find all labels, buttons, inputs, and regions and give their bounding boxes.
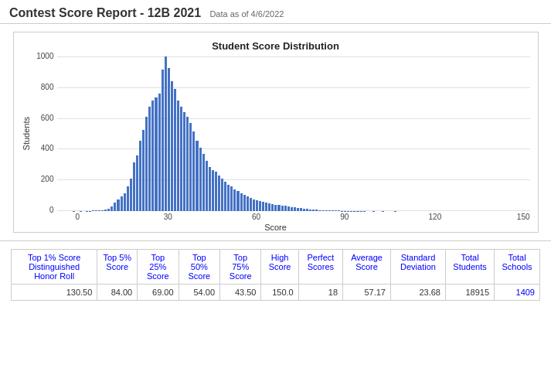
chart-bar	[218, 176, 220, 211]
chart-bar	[98, 210, 100, 211]
chart-bar	[256, 200, 258, 211]
x-tick-label: 30	[164, 213, 252, 221]
chart-bar	[111, 206, 113, 211]
chart-bar	[277, 205, 280, 211]
chart-bar	[127, 186, 129, 211]
chart-bar	[142, 130, 145, 211]
chart-bar	[124, 193, 126, 211]
chart-bar	[196, 141, 198, 211]
stats-values-row: 130.5084.0069.0054.0043.50150.01857.1723…	[12, 285, 540, 301]
stats-header-cell: Top 1% Score Distinguished Honor Roll	[12, 250, 97, 285]
chart-bar	[189, 123, 192, 211]
chart-bar	[114, 203, 116, 211]
chart-bar	[107, 209, 110, 211]
chart-bar	[328, 210, 331, 211]
chart-bar	[265, 203, 267, 211]
chart-bar	[206, 161, 208, 211]
chart-bar	[236, 191, 239, 211]
page-title: Contest Score Report - 12B 2021	[9, 6, 201, 19]
chart-bar	[291, 207, 293, 211]
chart-bar	[315, 210, 318, 211]
stats-header-cell: Average Score	[343, 250, 391, 285]
chart-bar	[145, 117, 148, 211]
chart-bars	[57, 56, 530, 211]
chart-bar	[221, 179, 223, 211]
y-axis-label: Students	[22, 117, 31, 150]
stats-header-cell: Top 75% Score	[220, 250, 261, 285]
y-tick-label: 400	[31, 144, 54, 152]
chart-bar	[297, 208, 299, 211]
chart-bar	[101, 210, 104, 211]
chart-bar	[322, 210, 325, 211]
chart-bar	[253, 199, 255, 211]
chart-bar	[174, 89, 176, 211]
x-tick-label: 90	[340, 213, 428, 221]
chart-bar	[262, 202, 264, 211]
chart-bar	[224, 182, 226, 211]
x-tick-label: 120	[429, 213, 517, 221]
chart-bar	[165, 56, 167, 211]
chart-bar	[300, 208, 302, 211]
chart-bar	[158, 94, 161, 211]
chart-bar	[294, 207, 296, 211]
chart-bar	[180, 107, 182, 211]
chart-bar	[199, 148, 202, 211]
chart-bar	[312, 210, 315, 211]
x-tick-label: 60	[252, 213, 340, 221]
chart-bar	[155, 97, 157, 211]
chart-bar	[162, 70, 164, 211]
chart-container: Student Score Distribution Students 1000…	[13, 32, 539, 233]
y-tick-label: 1000	[31, 52, 54, 60]
page-header: Contest Score Report - 12B 2021 Data as …	[0, 0, 551, 24]
stats-value-cell: 18	[298, 285, 342, 301]
stats-header-row: Top 1% Score Distinguished Honor RollTop…	[12, 250, 540, 285]
chart-bar	[332, 210, 334, 211]
chart-bar	[151, 101, 154, 211]
chart-section: Student Score Distribution Students 1000…	[0, 24, 551, 241]
y-tick-label: 800	[31, 83, 54, 91]
stats-value-cell: 1409	[495, 285, 540, 301]
y-tick-label: 200	[31, 175, 54, 183]
x-axis-ticks: 0306090120150	[76, 213, 530, 221]
x-tick-label: 0	[76, 213, 164, 221]
chart-bar	[227, 185, 230, 211]
stats-value-cell: 84.00	[97, 285, 138, 301]
stats-value-cell: 150.0	[261, 285, 298, 301]
chart-bar	[209, 167, 211, 211]
stats-header-cell: Top 5% Score	[97, 250, 138, 285]
stats-header-cell: Total Students	[445, 250, 494, 285]
chart-bar	[183, 112, 185, 211]
chart-bar	[306, 209, 308, 211]
chart-bar	[309, 210, 311, 211]
chart-bar	[250, 198, 252, 211]
chart-bar	[240, 193, 243, 211]
stats-value-cell: 23.68	[390, 285, 445, 301]
chart-bar	[136, 155, 138, 211]
chart-bar	[130, 179, 132, 211]
stats-section: Top 1% Score Distinguished Honor RollTop…	[0, 241, 551, 308]
stats-header-cell: Perfect Scores	[298, 250, 342, 285]
chart-bar	[117, 199, 119, 211]
chart-bar	[177, 101, 179, 211]
chart-bar	[92, 210, 94, 211]
chart-bar	[281, 206, 284, 211]
stats-value-cell: 18915	[445, 285, 494, 301]
stats-value-cell: 130.50	[12, 285, 97, 301]
chart-bar	[230, 186, 233, 211]
chart-bar	[303, 209, 305, 211]
chart-bar	[171, 81, 173, 211]
chart-bar	[212, 170, 214, 211]
chart-bar	[247, 196, 249, 211]
chart-bar	[121, 196, 123, 211]
stats-header-cell: High Score	[261, 250, 298, 285]
chart-bar	[202, 154, 205, 211]
stats-value-cell: 54.00	[179, 285, 219, 301]
chart-bar	[274, 205, 277, 211]
chart-bar	[133, 162, 135, 211]
stats-header-cell: Standard Deviation	[390, 250, 445, 285]
stats-header-cell: Top 25% Score	[138, 250, 179, 285]
chart-bar	[192, 131, 195, 211]
chart-bar	[243, 195, 246, 211]
chart-bar	[284, 206, 287, 211]
chart-bar	[287, 206, 290, 211]
